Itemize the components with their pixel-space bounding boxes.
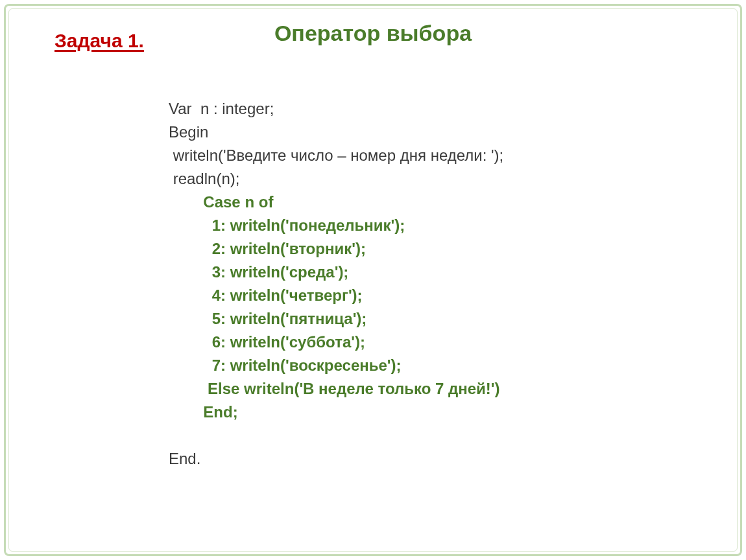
code-writeln-prompt: writeln('Введите число – номер дня недел…	[169, 146, 503, 164]
slide-content: Задача 1. Оператор выбора Var n : intege…	[14, 14, 732, 546]
code-readln: readln(n);	[169, 170, 239, 187]
code-case-4: 4: writeln('четверг');	[169, 286, 363, 304]
code-var: Var n : integer;	[169, 100, 274, 117]
code-begin: Begin	[169, 123, 208, 141]
code-end-case: End;	[169, 403, 238, 421]
code-block: Var n : integer; Begin writeln('Введите …	[169, 97, 503, 471]
code-case-3: 3: writeln('среда');	[169, 263, 348, 281]
code-case: Case n of	[169, 193, 273, 211]
code-case-2: 2: writeln('вторник');	[169, 240, 366, 257]
code-case-7: 7: writeln('воскресенье');	[169, 356, 402, 374]
code-case-6: 6: writeln('суббота');	[169, 333, 365, 351]
code-case-1: 1: writeln('понедельник');	[169, 216, 405, 234]
code-case-5: 5: writeln('пятница');	[169, 310, 367, 327]
slide-title: Оператор выбора	[14, 21, 732, 46]
code-else: Else writeln('В неделе только 7 дней!')	[169, 380, 500, 397]
code-end-prog: End.	[169, 450, 200, 467]
